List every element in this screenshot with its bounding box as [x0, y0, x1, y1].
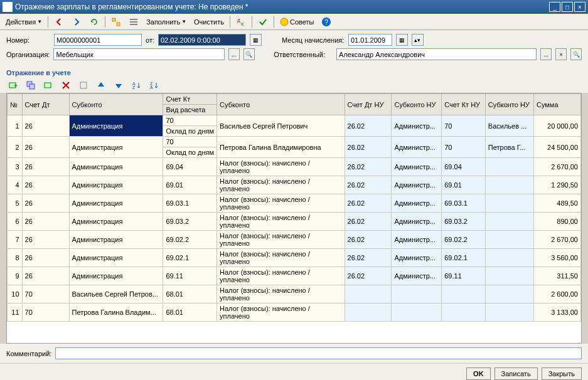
nav-forward-icon[interactable] — [68, 16, 85, 28]
app-icon — [3, 2, 13, 12]
actions-menu[interactable]: Действия▼ — [3, 16, 45, 28]
svg-text:К: К — [241, 22, 244, 26]
structure-icon[interactable] — [108, 16, 124, 28]
list-icon[interactable] — [126, 16, 142, 28]
cell-dt: 26 — [22, 267, 69, 285]
col-sub2[interactable]: Субконто — [217, 94, 345, 115]
number-input[interactable] — [54, 34, 142, 46]
cell-ktnu: 69.03.1 — [442, 194, 486, 213]
resp-select-icon[interactable]: ... — [540, 48, 552, 60]
ok-button[interactable]: OK — [466, 367, 491, 380]
cell-ktnu: 69.03.2 — [442, 213, 486, 231]
resp-clear-icon[interactable]: × — [555, 48, 567, 60]
cell-sub2: Петрова Галина Владимировна — [217, 137, 345, 158]
month-label: Месяц начисления: — [282, 36, 345, 44]
cell-subnu: Администр... — [392, 267, 442, 285]
cell-subnu2 — [485, 285, 533, 303]
date-picker-icon[interactable]: ▦ — [250, 34, 262, 46]
comment-input[interactable] — [55, 347, 582, 359]
cell-dt: 70 — [22, 285, 69, 303]
tips-button[interactable]: Советы — [277, 16, 317, 28]
cell-dt: 26 — [22, 137, 69, 158]
col-subnu2[interactable]: Субконто НУ — [485, 94, 533, 115]
svg-point-7 — [281, 18, 288, 26]
cell-kt: 69.02.1 — [163, 249, 217, 267]
org-select-icon[interactable]: ... — [228, 48, 240, 60]
col-num[interactable]: № — [8, 94, 23, 115]
cell-num: 4 — [8, 176, 23, 194]
month-picker-icon[interactable]: ▦ — [396, 34, 408, 46]
edit-row-icon[interactable] — [40, 79, 56, 92]
cell-kt: 69.04 — [163, 158, 217, 176]
col-dt[interactable]: Счет Дт — [22, 94, 69, 115]
move-up-icon[interactable] — [93, 79, 109, 92]
month-spin-icon[interactable]: ▴▾ — [412, 34, 424, 46]
table-row[interactable]: 826Администрация69.02.1Налог (взносы): н… — [8, 249, 581, 267]
svg-text:Z: Z — [132, 85, 136, 90]
table-row[interactable]: 1070Васильев Сергей Петров...68.01Налог … — [8, 285, 581, 303]
cell-sum: 890,00 — [533, 213, 580, 231]
table-row[interactable]: 126Администрация70Васильев Сергей Петров… — [8, 115, 581, 126]
sort-desc-icon[interactable]: ZA — [146, 79, 162, 92]
col-kt[interactable]: Счет Кт — [163, 94, 217, 105]
refresh-icon[interactable] — [86, 16, 102, 28]
add-row-icon[interactable]: + — [5, 79, 21, 92]
col-sub[interactable]: Субконто — [69, 94, 163, 115]
check-icon[interactable] — [255, 16, 271, 28]
cell-dtnu: 26.02 — [345, 176, 392, 194]
copy-row-icon[interactable] — [23, 79, 39, 92]
titlebar: Отражение зарплаты в регламентированном … — [0, 0, 588, 14]
table-row[interactable]: 626Администрация69.03.2Налог (взносы): н… — [8, 213, 581, 231]
delete-row-icon[interactable] — [58, 79, 74, 92]
cell-num: 7 — [8, 231, 23, 249]
table-row[interactable]: 226Администрация70Петрова Галина Владими… — [8, 137, 581, 147]
cell-subnu: Администр... — [392, 194, 442, 213]
nav-back-icon[interactable] — [51, 16, 67, 28]
cell-subnu: Администр... — [392, 115, 442, 137]
fill-menu[interactable]: Заполнить▼ — [143, 16, 190, 28]
cell-subnu2 — [485, 158, 533, 176]
table-row[interactable]: 326Администрация69.04Налог (взносы): нач… — [8, 158, 581, 176]
col-sum[interactable]: Сумма — [533, 94, 580, 115]
cell-kt: 70 — [163, 137, 217, 147]
maximize-button[interactable]: □ — [562, 2, 573, 12]
cell-subnu2 — [485, 194, 533, 213]
table-row[interactable]: 1170Петрова Галина Владим...68.01Налог (… — [8, 303, 581, 322]
cell-calc: Оклад по дням — [163, 147, 217, 158]
form-header: Номер: от: ▦ Месяц начисления: ▦ ▴▾ Орга… — [0, 30, 588, 66]
close-form-button[interactable]: Закрыть — [542, 367, 582, 380]
dtkt-icon[interactable]: ДК — [233, 16, 249, 28]
col-subnu[interactable]: Субконто НУ — [392, 94, 442, 115]
cell-kt: 69.02.2 — [163, 231, 217, 249]
table-row[interactable]: 426Администрация69.01Налог (взносы): нач… — [8, 176, 581, 194]
cell-dtnu: 26.02 — [345, 213, 392, 231]
resp-input[interactable] — [336, 48, 537, 60]
table-row[interactable]: 926Администрация69.11Налог (взносы): нач… — [8, 267, 581, 285]
sort-asc-icon[interactable]: AZ — [128, 79, 144, 92]
table-row[interactable]: 726Администрация69.02.2Налог (взносы): н… — [8, 231, 581, 249]
cell-kt: 69.03.2 — [163, 213, 217, 231]
minimize-button[interactable]: _ — [549, 2, 560, 12]
cell-subnu2 — [485, 267, 533, 285]
col-ktnu[interactable]: Счет Кт НУ — [442, 94, 486, 115]
org-input[interactable] — [53, 48, 224, 60]
cell-subnu2: Васильев ... — [485, 115, 533, 137]
cell-dt: 26 — [22, 194, 69, 213]
clear-button[interactable]: Очистить — [191, 16, 227, 28]
col-dtnu[interactable]: Счет Дт НУ — [345, 94, 392, 115]
help-icon[interactable]: ? — [318, 16, 334, 28]
table-row[interactable]: 526Администрация69.03.1Налог (взносы): н… — [8, 194, 581, 213]
data-table-wrap[interactable]: № Счет Дт Субконто Счет Кт Субконто Счет… — [6, 93, 582, 344]
move-down-icon[interactable] — [110, 79, 127, 92]
from-label: от: — [146, 36, 154, 44]
col-calc[interactable]: Вид расчета — [163, 105, 217, 115]
close-button[interactable]: × — [574, 2, 585, 12]
org-search-icon[interactable]: 🔍 — [243, 48, 255, 60]
month-input[interactable] — [348, 34, 392, 46]
date-input[interactable] — [158, 34, 246, 46]
finish-edit-icon[interactable] — [75, 79, 92, 92]
cell-dtnu: 26.02 — [345, 115, 392, 137]
resp-search-icon[interactable]: 🔍 — [570, 48, 582, 60]
save-button[interactable]: Записать — [494, 367, 538, 380]
cell-dtnu: 26.02 — [345, 158, 392, 176]
